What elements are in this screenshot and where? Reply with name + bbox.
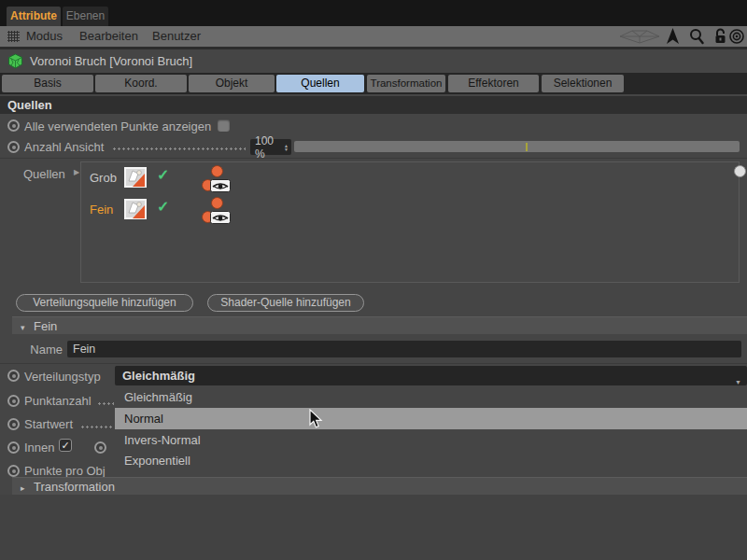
divider xyxy=(0,363,747,364)
list-arrow-icon[interactable]: ▶ xyxy=(74,168,79,176)
keyframe-dot-icon[interactable] xyxy=(7,441,20,454)
lock-icon[interactable] xyxy=(713,28,727,49)
seed-label: Startwert xyxy=(24,417,73,431)
tab-koord[interactable]: Koord. xyxy=(95,75,187,92)
state-dot-icon[interactable] xyxy=(211,165,223,177)
inner-label: Innen xyxy=(24,441,55,455)
tab-attribute[interactable]: Attribute xyxy=(7,7,61,26)
target-icon[interactable] xyxy=(729,29,746,48)
sources-list-label: Quellen xyxy=(23,167,65,181)
dropdown-option-exponentiell[interactable]: Exponentiell xyxy=(115,451,747,471)
visibility-eye-icon[interactable] xyxy=(210,211,231,228)
keyframe-dot-icon[interactable] xyxy=(7,141,20,153)
tab-objekt[interactable]: Objekt xyxy=(189,75,275,92)
tab-quellen[interactable]: Quellen xyxy=(276,75,364,92)
mouse-cursor-icon xyxy=(308,409,323,433)
dropdown-option-gleichmaessig[interactable]: Gleichmäßig xyxy=(115,386,747,408)
empty-area xyxy=(0,495,747,560)
add-shader-source-button[interactable]: Shader-Quelle hinzufügen xyxy=(207,294,364,312)
voronoi-fracture-icon xyxy=(7,53,23,73)
keyframe-dot-icon[interactable] xyxy=(7,395,20,407)
group-bar-fein[interactable]: ▾Fein xyxy=(12,316,747,334)
grip-icon[interactable] xyxy=(7,31,20,42)
gem-wireframe-icon[interactable] xyxy=(619,30,660,48)
state-dot-icon[interactable] xyxy=(211,197,223,209)
section-header-label: Quellen xyxy=(7,98,52,112)
view-count-value: 100 % xyxy=(250,134,284,161)
group-bar-transformation[interactable]: ▸Transformation xyxy=(12,477,747,495)
dotted-leader xyxy=(80,426,114,428)
add-distribution-source-button[interactable]: Verteilungsquelle hinzufügen xyxy=(16,294,193,312)
search-icon[interactable] xyxy=(689,28,704,49)
menu-modus[interactable]: Modus xyxy=(26,26,63,47)
navigate-arrow-icon[interactable] xyxy=(666,28,680,49)
group-bar-label: Transformation xyxy=(34,480,115,494)
view-count-slider[interactable] xyxy=(294,141,740,152)
section-header-quellen[interactable]: Quellen xyxy=(0,96,747,114)
slider-tick xyxy=(526,143,528,151)
stepper-icon[interactable]: ▲▼ xyxy=(284,144,291,151)
source-item-fein[interactable]: Fein xyxy=(90,203,113,217)
name-label: Name xyxy=(28,343,63,357)
view-count-field[interactable]: 100 % ▲▼ xyxy=(250,139,291,155)
points-per-object-label: Punkte pro Obj xyxy=(24,464,115,478)
tab-effektoren[interactable]: Effektoren xyxy=(448,75,539,92)
distribution-source-icon[interactable] xyxy=(124,199,147,223)
show-points-label: Alle verwendeten Punkte anzeigen xyxy=(24,119,211,133)
keyframe-dot-icon[interactable] xyxy=(7,465,20,477)
name-input[interactable] xyxy=(67,341,741,357)
distribution-type-label: Verteilungstyp xyxy=(24,370,101,384)
sources-list[interactable]: Grob ✓ Fein ✓ xyxy=(80,161,740,283)
point-count-label: Punktanzahl xyxy=(24,394,92,408)
attribute-manager-window: Attribute Ebenen Modus Bearbeiten Benutz… xyxy=(0,0,747,560)
distribution-source-icon[interactable] xyxy=(124,167,147,191)
object-title: Voronoi Bruch [Voronoi Bruch] xyxy=(30,54,192,68)
tab-ebenen[interactable]: Ebenen xyxy=(63,7,108,26)
distribution-type-dropdown: Gleichmäßig Normal Invers-Normal Exponen… xyxy=(115,386,747,471)
tab-selektionen[interactable]: Selektionen xyxy=(542,75,624,92)
keyframe-dot-icon[interactable] xyxy=(7,370,20,382)
tab-basis[interactable]: Basis xyxy=(2,75,93,92)
menu-bearbeiten[interactable]: Bearbeiten xyxy=(79,26,138,47)
keyframe-dot-icon[interactable] xyxy=(94,441,106,454)
dotted-leader xyxy=(112,147,246,150)
keyframe-dot-icon[interactable] xyxy=(7,418,20,430)
source-item-grob[interactable]: Grob xyxy=(90,171,117,185)
dropdown-option-invers-normal[interactable]: Invers-Normal xyxy=(115,429,747,451)
group-bar-label: Fein xyxy=(34,319,57,333)
menu-benutzer[interactable]: Benutzer xyxy=(152,26,201,47)
distribution-type-combo[interactable]: Gleichmäßig ▼ xyxy=(115,366,747,385)
tab-transformation[interactable]: Transformation xyxy=(367,75,445,92)
combo-value: Gleichmäßig xyxy=(122,369,195,383)
enabled-check-icon[interactable]: ✓ xyxy=(157,166,169,184)
keyframe-dot-icon[interactable] xyxy=(7,119,20,132)
visibility-eye-icon[interactable] xyxy=(210,179,231,196)
divider xyxy=(0,158,747,159)
view-count-label: Anzahl Ansicht xyxy=(24,140,104,154)
dotted-leader xyxy=(97,402,114,405)
inner-checkbox[interactable]: ✓ xyxy=(59,439,72,452)
list-knob[interactable] xyxy=(734,165,746,177)
show-points-checkbox[interactable] xyxy=(218,119,230,132)
enabled-check-icon[interactable]: ✓ xyxy=(157,198,169,216)
dropdown-option-normal[interactable]: Normal xyxy=(115,408,747,429)
panel-tab-strip xyxy=(0,0,747,26)
collapse-arrow-icon: ▾ xyxy=(21,319,34,337)
